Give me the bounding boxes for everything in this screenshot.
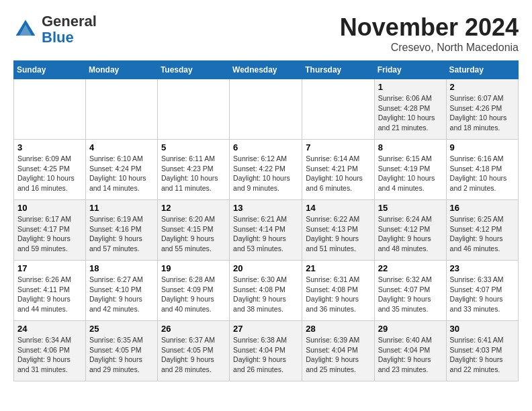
logo-icon bbox=[13, 17, 38, 42]
calendar-cell: 26Sunrise: 6:37 AM Sunset: 4:05 PM Dayli… bbox=[157, 321, 229, 381]
calendar-cell: 23Sunrise: 6:33 AM Sunset: 4:07 PM Dayli… bbox=[446, 261, 518, 321]
weekday-header-wednesday: Wednesday bbox=[230, 61, 302, 79]
day-info: Sunrise: 6:30 AM Sunset: 4:08 PM Dayligh… bbox=[233, 275, 298, 314]
day-number: 7 bbox=[306, 142, 370, 152]
weekday-header-friday: Friday bbox=[374, 61, 446, 79]
day-number: 1 bbox=[378, 82, 443, 92]
day-number: 24 bbox=[17, 324, 82, 334]
day-number: 27 bbox=[233, 324, 298, 334]
logo-blue: Blue bbox=[42, 29, 74, 46]
calendar-cell: 8Sunrise: 6:15 AM Sunset: 4:19 PM Daylig… bbox=[374, 140, 446, 200]
day-info: Sunrise: 6:09 AM Sunset: 4:25 PM Dayligh… bbox=[17, 154, 82, 193]
calendar-cell bbox=[14, 79, 86, 140]
calendar-cell: 18Sunrise: 6:27 AM Sunset: 4:10 PM Dayli… bbox=[85, 261, 157, 321]
day-info: Sunrise: 6:17 AM Sunset: 4:17 PM Dayligh… bbox=[17, 214, 82, 254]
day-info: Sunrise: 6:35 AM Sunset: 4:05 PM Dayligh… bbox=[89, 335, 154, 375]
week-row-1: 1Sunrise: 6:06 AM Sunset: 4:28 PM Daylig… bbox=[14, 79, 519, 140]
day-info: Sunrise: 6:24 AM Sunset: 4:12 PM Dayligh… bbox=[378, 214, 443, 254]
day-number: 2 bbox=[450, 82, 515, 92]
calendar-table: SundayMondayTuesdayWednesdayThursdayFrid… bbox=[13, 60, 519, 381]
calendar-cell: 4Sunrise: 6:10 AM Sunset: 4:24 PM Daylig… bbox=[85, 140, 157, 200]
day-number: 6 bbox=[233, 142, 298, 152]
calendar-cell: 16Sunrise: 6:25 AM Sunset: 4:12 PM Dayli… bbox=[446, 200, 518, 261]
weekday-header-thursday: Thursday bbox=[302, 61, 374, 79]
day-info: Sunrise: 6:34 AM Sunset: 4:06 PM Dayligh… bbox=[17, 335, 82, 375]
day-number: 18 bbox=[89, 263, 154, 273]
day-info: Sunrise: 6:16 AM Sunset: 4:18 PM Dayligh… bbox=[450, 154, 515, 193]
day-number: 21 bbox=[306, 263, 370, 273]
logo: General Blue bbox=[13, 13, 97, 46]
day-info: Sunrise: 6:39 AM Sunset: 4:04 PM Dayligh… bbox=[306, 335, 370, 375]
day-number: 25 bbox=[89, 324, 154, 334]
calendar-cell bbox=[230, 79, 302, 140]
day-number: 5 bbox=[161, 142, 226, 152]
calendar-cell: 7Sunrise: 6:14 AM Sunset: 4:21 PM Daylig… bbox=[302, 140, 374, 200]
day-number: 30 bbox=[450, 324, 515, 334]
day-info: Sunrise: 6:15 AM Sunset: 4:19 PM Dayligh… bbox=[378, 154, 443, 193]
day-number: 11 bbox=[89, 203, 154, 213]
day-number: 19 bbox=[161, 263, 226, 273]
calendar-cell bbox=[302, 79, 374, 140]
day-info: Sunrise: 6:27 AM Sunset: 4:10 PM Dayligh… bbox=[89, 275, 154, 314]
day-number: 9 bbox=[450, 142, 515, 152]
calendar-cell: 17Sunrise: 6:26 AM Sunset: 4:11 PM Dayli… bbox=[14, 261, 86, 321]
weekday-header-tuesday: Tuesday bbox=[157, 61, 229, 79]
calendar-cell: 25Sunrise: 6:35 AM Sunset: 4:05 PM Dayli… bbox=[85, 321, 157, 381]
calendar-cell: 29Sunrise: 6:40 AM Sunset: 4:04 PM Dayli… bbox=[374, 321, 446, 381]
calendar-cell: 30Sunrise: 6:41 AM Sunset: 4:03 PM Dayli… bbox=[446, 321, 518, 381]
day-info: Sunrise: 6:06 AM Sunset: 4:28 PM Dayligh… bbox=[378, 93, 443, 133]
weekday-header-saturday: Saturday bbox=[446, 61, 518, 79]
calendar-cell: 1Sunrise: 6:06 AM Sunset: 4:28 PM Daylig… bbox=[374, 79, 446, 140]
day-number: 4 bbox=[89, 142, 154, 152]
day-info: Sunrise: 6:38 AM Sunset: 4:04 PM Dayligh… bbox=[233, 335, 298, 375]
calendar-cell: 21Sunrise: 6:31 AM Sunset: 4:08 PM Dayli… bbox=[302, 261, 374, 321]
day-info: Sunrise: 6:22 AM Sunset: 4:13 PM Dayligh… bbox=[306, 214, 370, 254]
weekday-header-monday: Monday bbox=[85, 61, 157, 79]
week-row-4: 17Sunrise: 6:26 AM Sunset: 4:11 PM Dayli… bbox=[14, 261, 519, 321]
day-number: 23 bbox=[450, 263, 515, 273]
day-number: 28 bbox=[306, 324, 370, 334]
day-number: 22 bbox=[378, 263, 443, 273]
calendar-cell: 10Sunrise: 6:17 AM Sunset: 4:17 PM Dayli… bbox=[14, 200, 86, 261]
calendar-cell: 19Sunrise: 6:28 AM Sunset: 4:09 PM Dayli… bbox=[157, 261, 229, 321]
day-info: Sunrise: 6:20 AM Sunset: 4:15 PM Dayligh… bbox=[161, 214, 226, 254]
calendar-cell: 11Sunrise: 6:19 AM Sunset: 4:16 PM Dayli… bbox=[85, 200, 157, 261]
day-number: 13 bbox=[233, 203, 298, 213]
calendar-cell: 9Sunrise: 6:16 AM Sunset: 4:18 PM Daylig… bbox=[446, 140, 518, 200]
calendar-cell: 24Sunrise: 6:34 AM Sunset: 4:06 PM Dayli… bbox=[14, 321, 86, 381]
calendar-cell: 3Sunrise: 6:09 AM Sunset: 4:25 PM Daylig… bbox=[14, 140, 86, 200]
day-info: Sunrise: 6:32 AM Sunset: 4:07 PM Dayligh… bbox=[378, 275, 443, 314]
location: Cresevo, North Macedonia bbox=[340, 42, 519, 54]
calendar-cell bbox=[85, 79, 157, 140]
calendar-cell bbox=[157, 79, 229, 140]
day-info: Sunrise: 6:28 AM Sunset: 4:09 PM Dayligh… bbox=[161, 275, 226, 314]
day-info: Sunrise: 6:33 AM Sunset: 4:07 PM Dayligh… bbox=[450, 275, 515, 314]
weekday-header-sunday: Sunday bbox=[14, 61, 86, 79]
day-info: Sunrise: 6:10 AM Sunset: 4:24 PM Dayligh… bbox=[89, 154, 154, 193]
day-info: Sunrise: 6:26 AM Sunset: 4:11 PM Dayligh… bbox=[17, 275, 82, 314]
week-row-5: 24Sunrise: 6:34 AM Sunset: 4:06 PM Dayli… bbox=[14, 321, 519, 381]
day-info: Sunrise: 6:19 AM Sunset: 4:16 PM Dayligh… bbox=[89, 214, 154, 254]
day-info: Sunrise: 6:12 AM Sunset: 4:22 PM Dayligh… bbox=[233, 154, 298, 193]
day-number: 10 bbox=[17, 203, 82, 213]
weekday-header-row: SundayMondayTuesdayWednesdayThursdayFrid… bbox=[14, 61, 519, 79]
day-info: Sunrise: 6:41 AM Sunset: 4:03 PM Dayligh… bbox=[450, 335, 515, 375]
day-info: Sunrise: 6:40 AM Sunset: 4:04 PM Dayligh… bbox=[378, 335, 443, 375]
day-info: Sunrise: 6:21 AM Sunset: 4:14 PM Dayligh… bbox=[233, 214, 298, 254]
day-info: Sunrise: 6:25 AM Sunset: 4:12 PM Dayligh… bbox=[450, 214, 515, 254]
calendar-cell: 2Sunrise: 6:07 AM Sunset: 4:26 PM Daylig… bbox=[446, 79, 518, 140]
title-block: November 2024 Cresevo, North Macedonia bbox=[340, 13, 519, 54]
calendar-cell: 15Sunrise: 6:24 AM Sunset: 4:12 PM Dayli… bbox=[374, 200, 446, 261]
logo-text: General Blue bbox=[42, 13, 97, 46]
week-row-3: 10Sunrise: 6:17 AM Sunset: 4:17 PM Dayli… bbox=[14, 200, 519, 261]
day-number: 20 bbox=[233, 263, 298, 273]
day-number: 29 bbox=[378, 324, 443, 334]
logo-general: General bbox=[42, 13, 97, 30]
day-number: 26 bbox=[161, 324, 226, 334]
calendar-cell: 6Sunrise: 6:12 AM Sunset: 4:22 PM Daylig… bbox=[230, 140, 302, 200]
month-title: November 2024 bbox=[340, 13, 519, 42]
calendar-cell: 14Sunrise: 6:22 AM Sunset: 4:13 PM Dayli… bbox=[302, 200, 374, 261]
calendar-cell: 22Sunrise: 6:32 AM Sunset: 4:07 PM Dayli… bbox=[374, 261, 446, 321]
calendar-cell: 20Sunrise: 6:30 AM Sunset: 4:08 PM Dayli… bbox=[230, 261, 302, 321]
day-info: Sunrise: 6:11 AM Sunset: 4:23 PM Dayligh… bbox=[161, 154, 226, 193]
